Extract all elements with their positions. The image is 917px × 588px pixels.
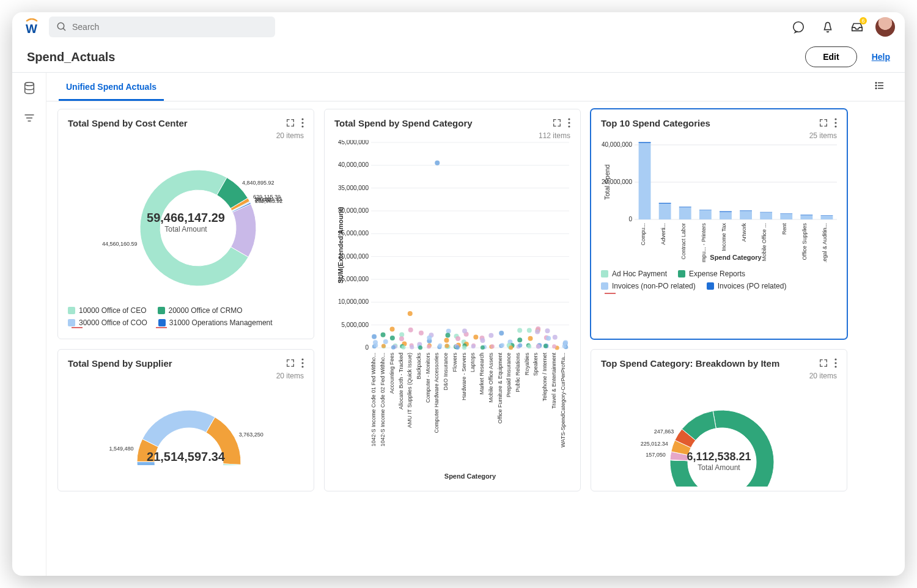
help-link[interactable]: Help: [872, 52, 890, 62]
more-icon[interactable]: [834, 358, 837, 370]
card-top-10-spend-categories[interactable]: Top 10 Spend Categories 25 items 020,000…: [591, 109, 847, 339]
svg-point-88: [427, 336, 432, 340]
item-count: 20 items: [68, 372, 304, 380]
svg-text:40,000,000: 40,000,000: [338, 161, 369, 168]
expand-icon[interactable]: [819, 118, 828, 130]
svg-text:W: W: [26, 22, 37, 35]
svg-point-141: [517, 328, 522, 333]
svg-point-92: [435, 161, 440, 166]
svg-text:Royalties: Royalties: [524, 353, 530, 376]
svg-point-155: [536, 345, 540, 349]
svg-point-25: [301, 366, 303, 367]
legend-overflow-indicator: [156, 327, 167, 328]
donut-chart-cost-center[interactable]: 44,560,160.594,840,895.92629,115.39180,2…: [68, 142, 304, 301]
svg-text:3,763,250: 3,763,250: [239, 432, 263, 438]
svg-text:Compu... - Printers: Compu... - Printers: [701, 223, 707, 262]
svg-point-3: [794, 22, 804, 32]
legend-item: 10000 Office of CEO: [68, 306, 147, 315]
svg-point-23: [301, 358, 303, 360]
svg-text:Accounting Fees: Accounting Fees: [389, 353, 395, 394]
svg-text:Speakers: Speakers: [532, 353, 539, 377]
svg-rect-200: [740, 210, 752, 211]
svg-point-108: [455, 345, 460, 350]
more-icon[interactable]: [301, 358, 304, 370]
expand-icon[interactable]: [285, 358, 295, 370]
filter-icon[interactable]: [23, 112, 35, 127]
legend-item: 20000 Office of CRMO: [158, 306, 243, 315]
card-title: Top 10 Spend Categories: [601, 118, 710, 128]
bar-chart[interactable]: 020,000,00040,000,000Compu...Adverti...C…: [601, 140, 839, 262]
svg-text:232,983.92: 232,983.92: [255, 198, 282, 204]
svg-text:5,000,000: 5,000,000: [342, 322, 369, 328]
svg-point-12: [875, 88, 877, 89]
user-avatar[interactable]: [875, 17, 895, 37]
svg-point-84: [418, 345, 422, 350]
expand-icon[interactable]: [819, 358, 828, 370]
chat-icon[interactable]: [787, 16, 809, 38]
svg-rect-205: [780, 214, 792, 219]
svg-point-218: [834, 366, 836, 367]
svg-text:SUM(Extended Amount): SUM(Extended Amount): [337, 207, 344, 284]
svg-point-1: [57, 23, 64, 29]
svg-point-113: [462, 329, 467, 334]
expand-icon[interactable]: [552, 118, 562, 130]
svg-text:1,549,480: 1,549,480: [109, 446, 133, 452]
search-icon: [56, 21, 67, 32]
inbox-icon[interactable]: 6: [846, 16, 868, 38]
svg-rect-211: [821, 216, 833, 219]
more-icon[interactable]: [834, 118, 837, 130]
svg-line-2: [63, 28, 65, 31]
svg-text:Contract Labor: Contract Labor: [680, 223, 687, 260]
svg-text:Backpacks: Backpacks: [416, 353, 422, 380]
search-input[interactable]: [72, 22, 268, 32]
svg-text:247,863: 247,863: [654, 428, 674, 435]
expand-icon[interactable]: [285, 118, 295, 130]
list-view-icon[interactable]: [867, 73, 893, 101]
card-title: Top Spend Category: Breakdown by Item: [601, 358, 779, 369]
legend-item: Expense Reports: [678, 270, 745, 278]
svg-point-14: [301, 118, 303, 120]
svg-point-54: [372, 334, 377, 339]
card-total-spend-category[interactable]: Total Spend by Spend Category 112 items …: [324, 109, 581, 491]
main-area: Unified Spend Actuals Total Spend by Cos…: [12, 72, 905, 576]
svg-point-106: [455, 336, 460, 341]
workday-logo[interactable]: W: [22, 17, 42, 37]
search-box[interactable]: [49, 17, 275, 37]
edit-button[interactable]: Edit: [805, 46, 856, 67]
svg-point-81: [419, 331, 424, 336]
svg-point-76: [408, 311, 413, 316]
notifications-icon[interactable]: [817, 16, 839, 38]
card-top-spend-breakdown[interactable]: Top Spend Category: Breakdown by Item 20…: [591, 349, 847, 491]
card-total-spend-supplier[interactable]: Total Spend by Supplier 20 items 3,763,2…: [57, 349, 314, 491]
donut-chart-supplier[interactable]: 3,763,2509,360,164.33324,000910,1001,549…: [68, 383, 304, 465]
data-source-icon[interactable]: [23, 81, 36, 97]
svg-point-158: [545, 328, 550, 333]
donut-total-label: Total Amount: [147, 464, 225, 465]
app-frame: W 6 Spend_Actuals Edit Help: [12, 12, 905, 576]
svg-text:40,000,000: 40,000,000: [602, 141, 632, 148]
item-count: 112 items: [334, 131, 570, 140]
page-title: Spend_Actuals: [27, 50, 115, 64]
svg-rect-194: [699, 210, 712, 210]
legend-top10: Ad Hoc PaymentExpense ReportsInvoices (n…: [601, 270, 837, 290]
svg-rect-188: [659, 203, 671, 204]
more-icon[interactable]: [301, 118, 304, 130]
svg-point-140: [517, 337, 522, 342]
more-icon[interactable]: [568, 118, 570, 130]
svg-point-122: [480, 338, 485, 343]
svg-text:4,840,895.92: 4,840,895.92: [242, 180, 274, 186]
svg-text:Hardware - Servers: Hardware - Servers: [461, 353, 467, 401]
svg-text:Market Research: Market Research: [479, 353, 485, 395]
svg-point-97: [446, 333, 451, 337]
svg-point-79: [410, 345, 414, 349]
scatter-chart[interactable]: 05,000,00010,000,00015,000,00020,000,000…: [334, 140, 573, 482]
svg-point-177: [834, 125, 836, 127]
svg-point-143: [518, 343, 522, 347]
donut-chart-breakdown[interactable]: 4,793,456.42157,050225,012.34247,863 6,1…: [601, 383, 837, 487]
tab-unified-spend-actuals[interactable]: Unified Spend Actuals: [59, 73, 164, 101]
card-total-spend-cost-center[interactable]: Total Spend by Cost Center 20 items 44,5…: [57, 109, 314, 339]
legend-overflow-indicator: [605, 293, 616, 294]
svg-text:10,000,000: 10,000,000: [338, 298, 369, 305]
legend-item: Invoices (non-PO related): [601, 282, 696, 290]
svg-text:Rent: Rent: [781, 223, 787, 235]
